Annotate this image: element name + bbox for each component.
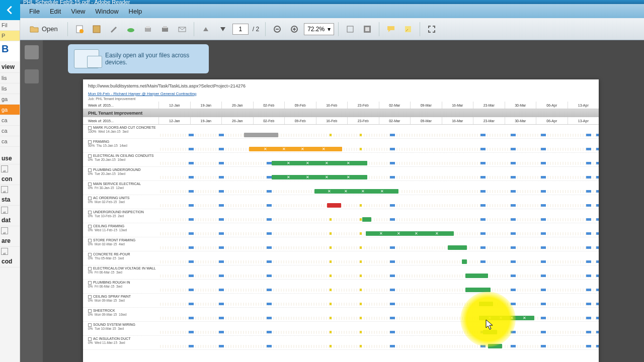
cursor-icon <box>486 319 495 331</box>
svg-rect-2 <box>93 26 100 33</box>
create-pdf-icon[interactable] <box>72 22 87 37</box>
task-checkbox[interactable] <box>88 211 92 214</box>
date-column: 02-Mar <box>379 117 411 124</box>
fullscreen-icon[interactable] <box>424 22 439 37</box>
cloud-icon[interactable] <box>123 22 138 37</box>
task-row: MARK FLOORS AND CUT CONCRETE100% Wed 14-… <box>83 125 599 139</box>
week-label-2: Week of: 2015... <box>83 117 158 124</box>
highlight-icon[interactable] <box>400 22 416 37</box>
zoom-in-icon[interactable] <box>287 22 302 37</box>
task-checkbox[interactable] <box>88 309 92 313</box>
page-up-icon[interactable] <box>198 22 213 37</box>
date-column: 16-Feb <box>316 102 348 109</box>
menu-help[interactable]: Help <box>124 8 147 15</box>
gantt-bar <box>327 203 341 208</box>
svg-rect-14 <box>347 26 353 32</box>
task-checkbox[interactable] <box>88 140 92 144</box>
thumbnails-tab-icon[interactable] <box>25 45 39 59</box>
task-checkbox[interactable] <box>88 197 92 200</box>
menu-edit[interactable]: Edit <box>45 8 66 15</box>
sign-icon[interactable] <box>106 22 121 37</box>
gantt-bar <box>448 245 467 250</box>
task-checkbox[interactable] <box>88 154 92 158</box>
menu-bar: File Edit View Window Help <box>20 4 644 18</box>
task-checkbox[interactable] <box>88 323 92 327</box>
task-checkbox[interactable] <box>88 183 92 186</box>
fit-page-icon[interactable] <box>360 22 375 37</box>
task-checkbox[interactable] <box>88 337 92 341</box>
menu-window[interactable]: Window <box>90 8 123 15</box>
svg-rect-6 <box>162 28 168 32</box>
date-column: 23-Feb <box>347 117 379 124</box>
zoom-out-icon[interactable] <box>270 22 285 37</box>
task-checkbox[interactable] <box>88 295 92 299</box>
document-area: Easily open all your files across device… <box>20 40 644 362</box>
attachments-tab-icon[interactable] <box>25 69 39 83</box>
date-column: 23-Feb <box>347 102 379 109</box>
date-column: 23-Mar <box>473 102 505 109</box>
save-icon[interactable] <box>89 22 104 37</box>
devices-icon <box>74 49 99 68</box>
svg-rect-7 <box>163 26 167 28</box>
cloud-banner[interactable]: Easily open all your files across device… <box>68 44 209 73</box>
date-column: 30-Mar <box>505 117 536 124</box>
pdf-subheader: Job: PHL Tenant Improvement <box>83 97 599 102</box>
browser-back-button[interactable] <box>0 0 20 20</box>
date-column: 23-Mar <box>473 117 505 124</box>
gantt-bar <box>462 259 467 264</box>
date-column: 09-Feb <box>284 102 316 109</box>
gantt-bar: ✕✕✕✕ <box>272 175 367 179</box>
menu-file[interactable]: File <box>24 8 45 15</box>
task-row: ELECTRICAL IN CEILING CONDUITS0% Tue 20-… <box>83 153 599 167</box>
task-checkbox[interactable] <box>88 225 92 228</box>
date-column: 12-Jan <box>158 102 190 109</box>
date-column: 02-Mar <box>379 102 411 109</box>
task-row: ELECTRICAL/LOW VOLTAGE IN WALL0% Fri 06-… <box>83 265 599 280</box>
task-row: STORE FRONT FRAMING0% Mon 02-Mar-15 4wd <box>83 237 599 251</box>
date-column: 13-Apr <box>568 117 599 124</box>
task-checkbox[interactable] <box>88 239 92 242</box>
gantt-bar: ✕✕✕✕ <box>272 161 367 165</box>
menu-view[interactable]: View <box>66 8 90 15</box>
task-checkbox[interactable] <box>88 253 92 256</box>
window-titlebar: PHL Schedule Feb9-15.pdf - Adobe Reader <box>20 0 644 4</box>
date-column: 09-Mar <box>410 102 442 109</box>
pdf-url-text: http://www.builditsystems.net/Main/Task/… <box>83 79 599 90</box>
date-column: 06-Apr <box>536 102 568 109</box>
banner-text: Easily open all your files across device… <box>105 52 203 66</box>
task-row: CEILING SPRAY PAINT0% Mon 09-Mar-15 3wd <box>83 294 599 308</box>
email-icon[interactable] <box>175 22 190 37</box>
comment-icon[interactable] <box>383 22 398 37</box>
date-column: 19-Jan <box>190 102 222 109</box>
date-column: 09-Feb <box>284 117 316 124</box>
svg-rect-16 <box>365 27 369 31</box>
date-column: 12-Jan <box>158 117 190 124</box>
task-row: PLUMBING ROUGH IN0% Fri 06-Mar-15 3wd <box>83 280 599 294</box>
pdf-header-link: Mon 09-Feb - Richard Harper @ Harper Gen… <box>83 90 599 97</box>
page-down-icon[interactable] <box>215 22 230 37</box>
date-column: 16-Mar <box>442 102 473 109</box>
date-column: 19-Jan <box>190 117 222 124</box>
print-icon[interactable] <box>140 22 155 37</box>
date-column: 16-Mar <box>442 117 473 124</box>
task-checkbox[interactable] <box>88 126 92 130</box>
svg-point-3 <box>127 28 134 32</box>
print2-icon[interactable] <box>157 22 173 37</box>
date-column: 16-Feb <box>316 117 348 124</box>
left-background-panel: Fil P B view lis lis ga ga ca ca ca use … <box>0 20 20 362</box>
svg-rect-5 <box>146 26 150 28</box>
task-checkbox[interactable] <box>88 168 92 172</box>
page-number-input[interactable] <box>232 24 249 35</box>
gantt-bar: ✕✕✕✕ <box>314 189 398 194</box>
task-checkbox[interactable] <box>88 267 92 270</box>
task-row: CONCRETE RE-POUR0% Thu 05-Mar-15 1wd <box>83 251 599 265</box>
task-row: FRAMING50% Thu 15-Jan-15 14wd✕✕✕✕ <box>83 139 599 153</box>
zoom-select[interactable]: 72.2%▾ <box>304 23 334 35</box>
page-total-label: / 2 <box>251 26 261 33</box>
open-button[interactable]: Open <box>24 22 63 37</box>
toolbar: Open / 2 72.2%▾ <box>20 18 644 40</box>
fit-width-icon[interactable] <box>343 22 358 37</box>
task-checkbox[interactable] <box>88 281 92 285</box>
task-row: AC ORDERING UNITS0% Mon 02-Feb-15 3wd <box>83 195 599 209</box>
date-column: 13-Apr <box>568 102 599 109</box>
